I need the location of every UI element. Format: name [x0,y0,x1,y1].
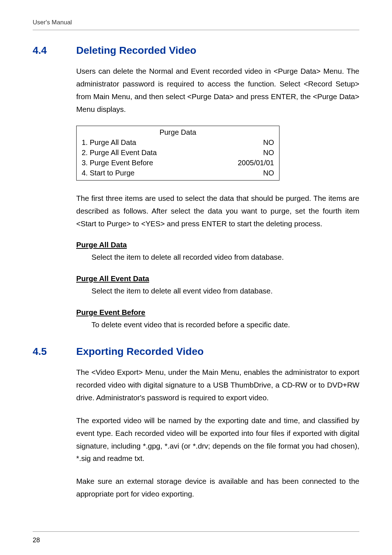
section-number: 4.4 [33,45,76,56]
subheading-purge-all-data: Purge All Data [76,240,359,249]
section-4-5-para2: The exported video will be named by the … [76,414,359,465]
menu-row-label: 3. Purge Event Before [82,158,153,168]
section-number: 4.5 [33,346,76,357]
section-4-5-para3: Make sure an external storage device is … [76,475,359,501]
subtext-purge-all-data: Select the item to delete all recorded v… [91,251,359,263]
section-4-5-para1: The <Video Export> Menu, under the Main … [76,366,359,404]
menu-row-label: 4. Start to Purge [82,168,135,178]
menu-row-value: NO [263,137,274,147]
menu-title: Purge Data [82,128,274,137]
menu-row-label: 2. Purge All Event Data [82,147,157,158]
menu-row: 4. Start to Purge NO [82,168,274,178]
section-4-4-header: 4.4 Deleting Recorded Video [33,45,359,56]
menu-row: 2. Purge All Event Data NO [82,147,274,158]
subheading-purge-all-event-data: Purge All Event Data [76,274,359,283]
menu-row: 3. Purge Event Before 2005/01/01 [82,158,274,168]
section-4-4-explain: The first three items are used to select… [76,192,359,230]
purge-data-menu-box: Purge Data 1. Purge All Data NO 2. Purge… [76,126,279,181]
page-number: 28 [33,536,40,544]
header-rule [33,30,359,30]
menu-row-label: 1. Purge All Data [82,137,136,147]
running-header: User's Manual [33,19,359,26]
menu-row: 1. Purge All Data NO [82,137,274,147]
subheading-purge-event-before: Purge Event Before [76,308,359,317]
subtext-purge-event-before: To delete event video that is recorded b… [91,319,359,331]
section-4-4-intro: Users can delete the Normal and Event re… [76,65,359,116]
footer-rule [33,531,359,532]
menu-row-value: 2005/01/01 [238,158,274,168]
menu-row-value: NO [263,147,274,158]
section-title: Deleting Recorded Video [76,45,196,56]
subtext-purge-all-event-data: Select the item to delete all event vide… [91,285,359,297]
section-title: Exporting Recorded Video [76,346,204,357]
document-page: User's Manual 4.4 Deleting Recorded Vide… [0,0,392,522]
menu-row-value: NO [263,168,274,178]
section-4-5-header: 4.5 Exporting Recorded Video [33,346,359,357]
